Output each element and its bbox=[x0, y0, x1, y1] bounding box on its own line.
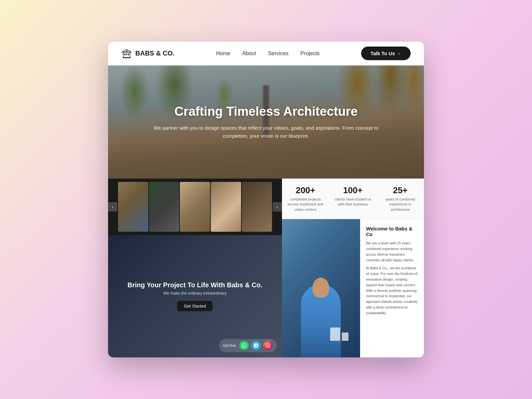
about-paragraph-1: We are a team with 25 years combined exp… bbox=[366, 240, 418, 263]
gallery-next-button[interactable]: › bbox=[273, 202, 282, 211]
gallery-thumb-1[interactable] bbox=[118, 182, 148, 232]
gallery-thumb-4[interactable] bbox=[211, 182, 241, 232]
svg-point-6 bbox=[126, 51, 127, 52]
telegram-button[interactable] bbox=[251, 341, 261, 350]
navbar: BABS & CO. Home About Services Projects … bbox=[108, 42, 424, 66]
svg-rect-3 bbox=[126, 54, 127, 55]
cta-subtitle: We make the ordinary extraordinary bbox=[128, 291, 262, 296]
bottom-section: ‹ › Bring Your Project To Life With Babs… bbox=[108, 179, 424, 357]
stat-years-desc: years of combined experience in architec… bbox=[380, 197, 421, 212]
hero-title: Crafting Timeless Architecture bbox=[150, 104, 382, 119]
gallery-thumb-3[interactable] bbox=[180, 182, 210, 232]
nav-home[interactable]: Home bbox=[216, 51, 230, 56]
nav-about[interactable]: About bbox=[242, 51, 256, 56]
gallery-strip: ‹ › bbox=[108, 179, 282, 235]
hero-section: Crafting Timeless Architecture We partne… bbox=[108, 66, 424, 179]
left-column: ‹ › Bring Your Project To Life With Babs… bbox=[108, 179, 282, 357]
cta-banner: Bring Your Project To Life With Babs & C… bbox=[108, 235, 282, 357]
talk-to-us-button[interactable]: Talk To Us → bbox=[361, 47, 411, 60]
stat-years: 25+ years of combined experience in arch… bbox=[377, 185, 424, 212]
stat-years-number: 25+ bbox=[380, 185, 421, 196]
about-title: Welcome to Babs & Co bbox=[366, 226, 418, 237]
browser-window: BABS & CO. Home About Services Projects … bbox=[108, 42, 424, 357]
whatsapp-button[interactable] bbox=[239, 341, 249, 350]
instagram-button[interactable] bbox=[263, 341, 273, 350]
stats-bar: 200+ completed projects across residenti… bbox=[282, 179, 424, 219]
social-bar: Get this: bbox=[219, 339, 277, 352]
logo[interactable]: BABS & CO. bbox=[121, 48, 175, 59]
building-icon bbox=[121, 48, 132, 59]
stat-clients-desc: clients have trusted us with their busin… bbox=[332, 197, 373, 207]
about-paragraph-2: At Babs & Co., we are architects of visi… bbox=[366, 265, 418, 316]
nav-services[interactable]: Services bbox=[268, 51, 288, 56]
about-text: Welcome to Babs & Co We are a team with … bbox=[360, 219, 424, 357]
about-photo bbox=[282, 219, 360, 357]
cta-content: Bring Your Project To Life With Babs & C… bbox=[128, 281, 262, 311]
hero-text-block: Crafting Timeless Architecture We partne… bbox=[150, 104, 382, 140]
gallery-thumb-2[interactable] bbox=[149, 182, 179, 232]
about-section: Welcome to Babs & Co We are a team with … bbox=[282, 219, 424, 357]
gallery-images bbox=[108, 182, 282, 232]
stat-projects: 200+ completed projects across residenti… bbox=[282, 185, 330, 212]
stat-clients-number: 100+ bbox=[332, 185, 373, 196]
stat-projects-number: 200+ bbox=[285, 185, 326, 196]
logo-text: BABS & CO. bbox=[135, 50, 175, 57]
stat-projects-desc: completed projects across residential an… bbox=[285, 197, 326, 212]
stat-clients: 100+ clients have trusted us with their … bbox=[329, 185, 377, 212]
architecture-model bbox=[327, 324, 353, 344]
gallery-prev-button[interactable]: ‹ bbox=[108, 202, 117, 211]
hero-subtitle: We partner with you to design spaces tha… bbox=[150, 124, 382, 140]
svg-rect-4 bbox=[128, 54, 129, 55]
right-column: 200+ completed projects across residenti… bbox=[282, 179, 424, 357]
cta-title: Bring Your Project To Life With Babs & C… bbox=[128, 281, 262, 289]
nav-links: Home About Services Projects bbox=[216, 51, 320, 57]
get-started-button[interactable]: Get Started bbox=[177, 301, 212, 311]
nav-projects[interactable]: Projects bbox=[301, 51, 320, 56]
svg-rect-2 bbox=[124, 54, 125, 55]
social-get-this-label: Get this: bbox=[223, 343, 237, 347]
gallery-thumb-5[interactable] bbox=[242, 182, 272, 232]
